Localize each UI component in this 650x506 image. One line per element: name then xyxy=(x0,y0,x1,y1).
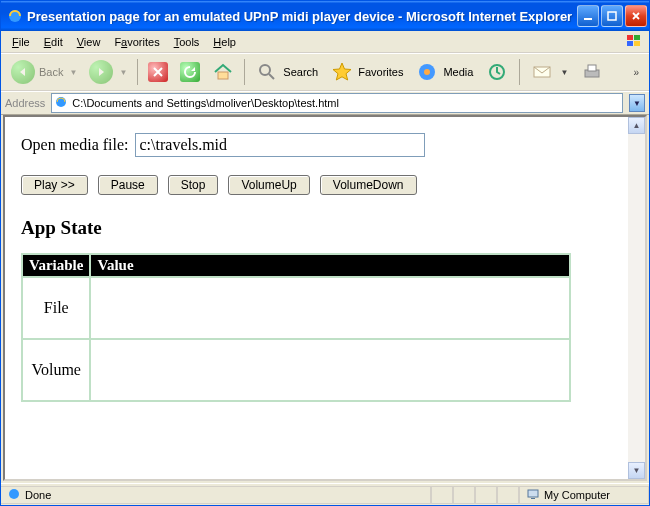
address-field[interactable]: C:\Documents and Settings\dmoliver\Deskt… xyxy=(51,93,623,113)
close-button[interactable] xyxy=(625,5,647,27)
address-bar: Address C:\Documents and Settings\dmoliv… xyxy=(1,91,649,115)
search-icon xyxy=(255,60,279,84)
chevron-down-icon: ▼ xyxy=(560,68,568,77)
table-row: Volume xyxy=(22,339,570,401)
table-row: File xyxy=(22,277,570,339)
windows-flag-icon xyxy=(625,33,645,51)
chevron-down-icon: ▼ xyxy=(69,68,77,77)
toolbar-separator xyxy=(519,59,520,85)
minimize-button[interactable] xyxy=(577,5,599,27)
address-label: Address xyxy=(5,97,45,109)
status-text: Done xyxy=(25,489,51,501)
print-icon xyxy=(580,60,604,84)
page-icon xyxy=(7,487,21,503)
menu-help[interactable]: Help xyxy=(206,34,243,50)
mail-button[interactable]: ▼ xyxy=(526,58,572,86)
value-cell xyxy=(90,339,570,401)
search-label: Search xyxy=(283,66,318,78)
open-media-label: Open media file: xyxy=(21,136,129,154)
computer-icon xyxy=(526,487,540,503)
address-dropdown[interactable]: ▼ xyxy=(629,94,645,112)
svg-rect-4 xyxy=(634,35,640,40)
refresh-button[interactable] xyxy=(176,60,204,84)
page-icon xyxy=(54,95,68,111)
svg-rect-6 xyxy=(634,41,640,46)
media-file-input[interactable] xyxy=(135,133,425,157)
volume-up-button[interactable]: VolumeUp xyxy=(228,175,309,195)
volume-down-button[interactable]: VolumeDown xyxy=(320,175,417,195)
star-icon xyxy=(330,60,354,84)
toolbar-separator xyxy=(137,59,138,85)
scroll-track[interactable] xyxy=(628,134,645,462)
back-label: Back xyxy=(39,66,63,78)
history-button[interactable] xyxy=(481,58,513,86)
menu-favorites[interactable]: Favorites xyxy=(107,34,166,50)
play-button[interactable]: Play >> xyxy=(21,175,88,195)
svg-point-8 xyxy=(260,65,270,75)
svg-point-10 xyxy=(424,69,430,75)
maximize-button[interactable] xyxy=(601,5,623,27)
scroll-up-icon[interactable]: ▲ xyxy=(628,117,645,134)
refresh-icon xyxy=(180,62,200,82)
value-cell xyxy=(90,277,570,339)
stop-button[interactable]: Stop xyxy=(168,175,219,195)
svg-point-16 xyxy=(9,489,19,499)
vertical-scrollbar[interactable]: ▲ ▼ xyxy=(628,117,645,479)
back-arrow-icon xyxy=(11,60,35,84)
home-button[interactable] xyxy=(208,59,238,85)
history-icon xyxy=(485,60,509,84)
var-cell: File xyxy=(22,277,90,339)
menu-view[interactable]: View xyxy=(70,34,108,50)
ie-window: Presentation page for an emulated UPnP m… xyxy=(0,0,650,506)
toolbar-separator xyxy=(244,59,245,85)
menubar: File Edit View Favorites Tools Help xyxy=(1,31,649,53)
media-label: Media xyxy=(443,66,473,78)
home-icon xyxy=(212,61,234,83)
col-value: Value xyxy=(90,254,570,277)
svg-rect-14 xyxy=(588,65,596,71)
status-slot xyxy=(497,486,519,504)
state-table: Variable Value File Volume xyxy=(21,253,571,402)
menu-tools[interactable]: Tools xyxy=(167,34,207,50)
titlebar[interactable]: Presentation page for an emulated UPnP m… xyxy=(1,1,649,31)
menu-edit[interactable]: Edit xyxy=(37,34,70,50)
content-area: Open media file: Play >> Pause Stop Volu… xyxy=(3,115,647,481)
search-button[interactable]: Search xyxy=(251,58,322,86)
page-body: Open media file: Play >> Pause Stop Volu… xyxy=(5,117,628,479)
scroll-down-icon[interactable]: ▼ xyxy=(628,462,645,479)
svg-rect-17 xyxy=(528,490,538,497)
svg-rect-7 xyxy=(218,72,228,79)
table-header-row: Variable Value xyxy=(22,254,570,277)
chevron-right-icon: » xyxy=(633,67,639,78)
status-slot xyxy=(475,486,497,504)
favorites-label: Favorites xyxy=(358,66,403,78)
toolbar-overflow[interactable]: » xyxy=(627,65,643,80)
window-title: Presentation page for an emulated UPnP m… xyxy=(27,9,577,24)
media-button[interactable]: Media xyxy=(411,58,477,86)
status-bar: Done My Computer xyxy=(1,483,649,505)
forward-button[interactable]: ▼ xyxy=(85,58,131,86)
chevron-down-icon: ▼ xyxy=(119,68,127,77)
back-button[interactable]: Back ▼ xyxy=(7,58,81,86)
svg-rect-3 xyxy=(627,35,633,40)
svg-rect-18 xyxy=(531,498,535,499)
svg-rect-5 xyxy=(627,41,633,46)
navigation-toolbar: Back ▼ ▼ xyxy=(1,53,649,91)
stop-icon xyxy=(148,62,168,82)
status-slot xyxy=(453,486,475,504)
var-cell: Volume xyxy=(22,339,90,401)
pause-button[interactable]: Pause xyxy=(98,175,158,195)
security-zone: My Computer xyxy=(544,489,610,501)
ie-logo-icon xyxy=(7,8,23,24)
status-slot xyxy=(431,486,453,504)
stop-nav-button[interactable] xyxy=(144,60,172,84)
forward-arrow-icon xyxy=(89,60,113,84)
menu-file[interactable]: File xyxy=(5,34,37,50)
media-icon xyxy=(415,60,439,84)
print-button[interactable] xyxy=(576,58,608,86)
mail-icon xyxy=(530,60,554,84)
col-variable: Variable xyxy=(22,254,90,277)
address-value: C:\Documents and Settings\dmoliver\Deskt… xyxy=(72,97,339,109)
app-state-heading: App State xyxy=(21,217,612,239)
favorites-button[interactable]: Favorites xyxy=(326,58,407,86)
